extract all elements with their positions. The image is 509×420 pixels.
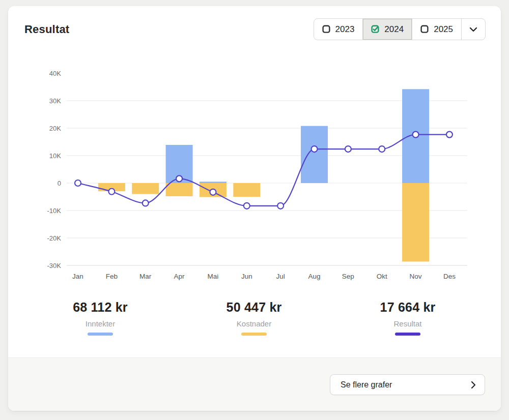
x-axis-label: Okt <box>377 273 387 280</box>
year-option-label: 2025 <box>434 24 453 35</box>
x-axis-label: Jul <box>276 273 285 280</box>
cost-bar <box>402 183 429 261</box>
chevron-down-icon <box>469 27 477 32</box>
income-legend-pill <box>88 333 113 336</box>
year-selector: 202320242025 <box>314 18 486 40</box>
y-axis-label: 0 <box>58 179 61 187</box>
result-chart: 40K30K20K10K0-10K-20K-30KJanFebMarAprMai… <box>8 61 501 285</box>
page-title: Resultat <box>24 23 69 36</box>
x-axis-label: Mar <box>139 273 152 280</box>
income-bar <box>200 182 227 183</box>
result-label: Resultat <box>331 319 485 328</box>
income-value: 68 112 kr <box>23 300 177 315</box>
year-option-2025[interactable]: 2025 <box>412 19 461 40</box>
x-axis-label: Sep <box>342 273 354 280</box>
x-axis-label: Des <box>443 273 456 280</box>
year-option-label: 2024 <box>384 24 404 35</box>
y-axis-label: -20K <box>47 234 62 242</box>
checkbox-unchecked-icon <box>322 25 331 34</box>
x-axis-label: Jan <box>72 273 83 280</box>
result-marker <box>277 203 284 209</box>
result-marker <box>108 189 115 195</box>
x-axis-label: Feb <box>106 273 118 280</box>
x-axis-label: Nov <box>410 273 422 280</box>
result-legend-pill <box>395 333 420 336</box>
x-axis-label: Aug <box>308 273 321 280</box>
resultat-card: Resultat 202320242025 40K30K20K10K0-10K-… <box>8 6 501 411</box>
result-marker <box>143 200 149 206</box>
result-marker <box>312 146 318 152</box>
more-graphs-button[interactable]: Se flere grafer <box>330 374 485 395</box>
y-axis-label: -10K <box>47 207 62 215</box>
more-graphs-label: Se flere grafer <box>341 380 392 389</box>
summary-item-result: 17 664 kr Resultat <box>331 300 485 336</box>
checkbox-checked-icon <box>371 25 380 34</box>
y-axis-label: 40K <box>49 70 61 77</box>
result-marker <box>75 180 81 186</box>
year-option-2024[interactable]: 2024 <box>362 19 412 40</box>
result-line <box>78 135 449 206</box>
cost-bar <box>132 183 159 194</box>
result-marker <box>210 189 216 195</box>
x-axis-label: Apr <box>174 273 185 280</box>
y-axis-label: 10K <box>49 152 61 160</box>
chevron-right-icon <box>471 381 476 389</box>
checkbox-unchecked-icon <box>420 25 429 34</box>
year-option-2023[interactable]: 2023 <box>314 19 363 40</box>
year-option-label: 2023 <box>335 24 355 35</box>
result-marker <box>446 132 453 138</box>
cost-bar <box>233 183 260 197</box>
result-marker <box>413 132 419 138</box>
costs-value: 50 447 kr <box>177 300 331 315</box>
y-axis-label: 30K <box>49 97 61 105</box>
result-value: 17 664 kr <box>331 300 485 315</box>
costs-label: Kostnader <box>177 319 331 328</box>
card-footer: Se flere grafer <box>8 357 501 411</box>
result-marker <box>176 175 182 182</box>
income-label: Inntekter <box>23 319 177 328</box>
costs-legend-pill <box>241 333 267 336</box>
x-axis-label: Mai <box>208 273 219 280</box>
summary-row: 68 112 kr Inntekter 50 447 kr Kostnader … <box>23 300 485 336</box>
year-dropdown-button[interactable] <box>461 19 485 40</box>
summary-item-costs: 50 447 kr Kostnader <box>177 300 331 336</box>
result-marker <box>345 146 351 152</box>
cost-bar <box>166 183 193 196</box>
result-marker <box>379 146 385 152</box>
result-marker <box>244 203 250 209</box>
summary-item-income: 68 112 kr Inntekter <box>23 300 177 336</box>
y-axis-label: 20K <box>49 125 61 132</box>
y-axis-label: -30K <box>47 262 62 269</box>
x-axis-label: Jun <box>241 273 252 280</box>
income-bar <box>301 126 328 183</box>
